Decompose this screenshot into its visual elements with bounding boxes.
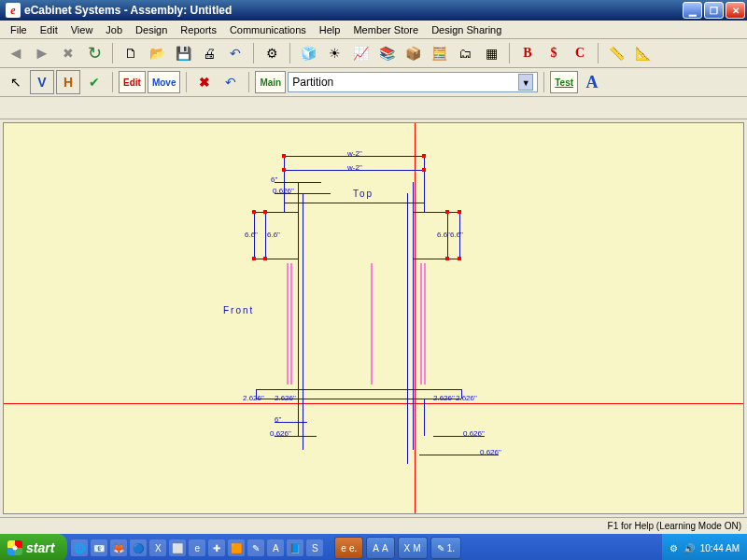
select-tool[interactable]: ↖ bbox=[4, 70, 28, 94]
task-item[interactable]: ✎1. bbox=[430, 537, 461, 559]
quick-item[interactable]: A bbox=[267, 539, 284, 556]
menu-file[interactable]: File bbox=[4, 22, 34, 37]
menu-edit[interactable]: Edit bbox=[34, 22, 64, 37]
dim-b2626-r2: 2.626" bbox=[456, 394, 477, 402]
undo-button[interactable]: ↶ bbox=[223, 41, 247, 65]
clock[interactable]: 10:44 AM bbox=[700, 543, 740, 553]
dim-tick bbox=[422, 168, 426, 172]
statusbar: F1 for Help (Learning Mode ON) bbox=[0, 517, 747, 534]
quick-item[interactable]: 📧 bbox=[91, 539, 107, 556]
dim-b2626-l2: 2.626" bbox=[275, 394, 296, 402]
tool-c[interactable]: C bbox=[568, 41, 592, 65]
quick-item[interactable]: 🌐 bbox=[71, 539, 88, 556]
tool-icon-7[interactable]: ▦ bbox=[479, 41, 503, 65]
tool-b[interactable]: B bbox=[515, 41, 540, 65]
move-button[interactable]: Move bbox=[148, 71, 181, 93]
back-button[interactable]: ◄ bbox=[4, 41, 28, 65]
tool-icon-4[interactable]: 📦 bbox=[401, 41, 425, 65]
save-button[interactable]: 💾 bbox=[171, 41, 195, 65]
open-button[interactable]: 📂 bbox=[145, 41, 169, 65]
titlebar: e eCabinet Systems - Assembly: Untitled … bbox=[0, 0, 747, 21]
test-button[interactable]: Test bbox=[550, 71, 578, 93]
app-icon: e bbox=[6, 3, 21, 18]
tool-measure[interactable]: 📏 bbox=[604, 41, 628, 65]
menu-design[interactable]: Design bbox=[129, 22, 174, 37]
main-button[interactable]: Main bbox=[255, 71, 286, 93]
minimize-button[interactable]: ▁ bbox=[683, 2, 702, 19]
part-edge bbox=[298, 399, 299, 436]
toolbar-main: ◄ ► ✖ ↻ 🗋 📂 💾 🖨 ↶ ⚙ 🧊 ☀ 📈 📚 📦 🧮 🗂 ▦ B $ … bbox=[0, 39, 747, 68]
part-edge bbox=[303, 399, 303, 450]
menu-member-store[interactable]: Member Store bbox=[346, 22, 425, 37]
check-tool[interactable]: ✔ bbox=[82, 70, 106, 94]
dim-h6-l: 6.6" bbox=[245, 231, 258, 239]
menu-view[interactable]: View bbox=[64, 22, 100, 37]
tray-icon[interactable]: 🔊 bbox=[684, 543, 695, 553]
part-edge bbox=[413, 182, 414, 399]
tray-icon[interactable]: ⚙ bbox=[669, 543, 678, 553]
edit-button[interactable]: Edit bbox=[119, 71, 146, 93]
quick-item[interactable]: 🟧 bbox=[228, 539, 245, 556]
partition-line bbox=[290, 263, 292, 385]
toolbar-spacer bbox=[0, 97, 747, 119]
new-button[interactable]: 🗋 bbox=[119, 41, 143, 65]
quick-item[interactable]: X bbox=[149, 539, 166, 556]
reload-button[interactable]: ↻ bbox=[82, 41, 106, 65]
v-dim-tool[interactable]: V bbox=[30, 70, 54, 94]
part-edge bbox=[413, 399, 414, 450]
tool-icon-2[interactable]: 📈 bbox=[348, 41, 373, 65]
quick-item[interactable]: ✎ bbox=[247, 539, 264, 556]
partition-line bbox=[420, 263, 422, 385]
dim-w2-top: w-2" bbox=[347, 149, 362, 158]
menubar: File Edit View Job Design Reports Commun… bbox=[0, 21, 747, 39]
quick-item[interactable]: ⬜ bbox=[169, 539, 186, 556]
dim-tick bbox=[263, 257, 267, 260]
drawing-canvas[interactable]: w-2" w-2" 6" 0.626" Top Front 6.6" 6.6" … bbox=[3, 122, 744, 514]
part-edge bbox=[254, 212, 298, 213]
quick-item[interactable]: 📘 bbox=[287, 539, 303, 556]
delete-button[interactable]: ✖ bbox=[192, 70, 217, 94]
part-edge bbox=[413, 212, 459, 213]
tool-icon-6[interactable]: 🗂 bbox=[453, 41, 477, 65]
settings-button[interactable]: ⚙ bbox=[260, 41, 284, 65]
dim-tick bbox=[458, 257, 461, 260]
quick-item[interactable]: 🔵 bbox=[130, 539, 147, 556]
print-button[interactable]: 🖨 bbox=[197, 41, 221, 65]
quick-item[interactable]: e bbox=[189, 539, 205, 556]
quick-item[interactable]: S bbox=[306, 539, 323, 556]
tool-icon-5[interactable]: 🧮 bbox=[427, 41, 451, 65]
tool-icon-0[interactable]: 🧊 bbox=[296, 41, 320, 65]
quick-item[interactable]: 🦊 bbox=[110, 539, 127, 556]
undo2-button[interactable]: ↶ bbox=[218, 70, 243, 94]
chevron-down-icon: ▼ bbox=[518, 74, 533, 91]
tool-icon-1[interactable]: ☀ bbox=[322, 41, 346, 65]
menu-communications[interactable]: Communications bbox=[223, 22, 313, 37]
tool-angle[interactable]: 📐 bbox=[630, 41, 655, 65]
quick-item[interactable]: ✚ bbox=[208, 539, 225, 556]
close-button[interactable]: ✕ bbox=[726, 2, 745, 19]
menu-help[interactable]: Help bbox=[313, 22, 347, 37]
menu-design-sharing[interactable]: Design Sharing bbox=[425, 22, 508, 37]
dim-tick bbox=[458, 210, 461, 214]
stop-button[interactable]: ✖ bbox=[56, 41, 80, 65]
text-tool[interactable]: A bbox=[580, 70, 604, 94]
axis-horizontal bbox=[4, 403, 743, 404]
tool-icon-3[interactable]: 📚 bbox=[374, 41, 399, 65]
start-button[interactable]: start bbox=[0, 534, 67, 560]
dim-tick bbox=[252, 257, 256, 260]
dim-six: 6" bbox=[271, 175, 277, 184]
task-ecabinet[interactable]: ee. bbox=[334, 537, 363, 559]
forward-button[interactable]: ► bbox=[30, 41, 54, 65]
task-item[interactable]: XM bbox=[398, 537, 428, 559]
task-item[interactable]: AA bbox=[366, 537, 394, 559]
menu-reports[interactable]: Reports bbox=[174, 22, 223, 37]
maximize-button[interactable]: ❐ bbox=[704, 2, 724, 19]
tool-dollar[interactable]: $ bbox=[542, 41, 566, 65]
dim-tick bbox=[252, 210, 256, 214]
h-dim-tool[interactable]: H bbox=[56, 70, 80, 94]
menu-job[interactable]: Job bbox=[99, 22, 129, 37]
status-text: F1 for Help (Learning Mode ON) bbox=[608, 521, 741, 531]
label-top: Top bbox=[353, 189, 374, 199]
part-combo[interactable]: Partition ▼ bbox=[288, 72, 538, 92]
part-edge bbox=[303, 193, 303, 399]
